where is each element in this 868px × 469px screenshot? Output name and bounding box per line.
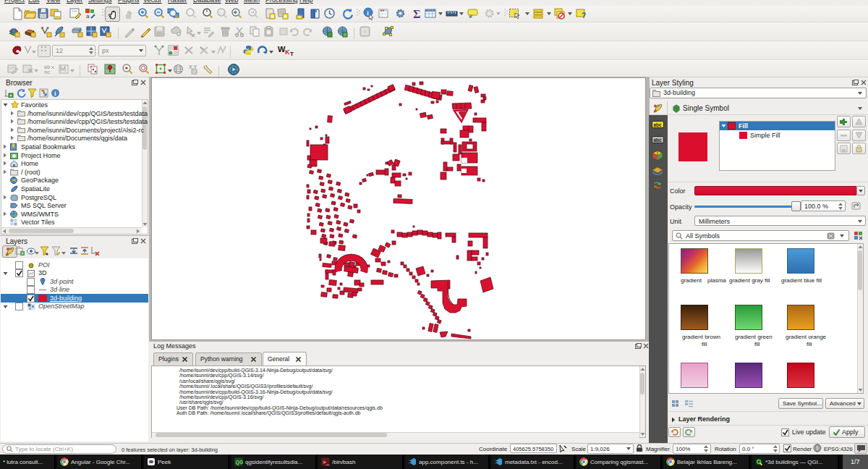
svg-text:ab: ab <box>44 64 50 69</box>
svg-text:nc: nc <box>44 69 50 75</box>
svg-text:QG: QG <box>236 460 244 465</box>
svg-text:abc: abc <box>654 138 663 143</box>
svg-text:a: a <box>86 13 90 20</box>
svg-text:Σ: Σ <box>413 8 420 20</box>
svg-text:?: ? <box>363 29 367 35</box>
svg-text:1:1: 1:1 <box>219 11 224 15</box>
svg-text:>_: >_ <box>323 459 330 465</box>
svg-text:?: ? <box>582 12 586 20</box>
svg-text:abc: abc <box>654 122 663 127</box>
